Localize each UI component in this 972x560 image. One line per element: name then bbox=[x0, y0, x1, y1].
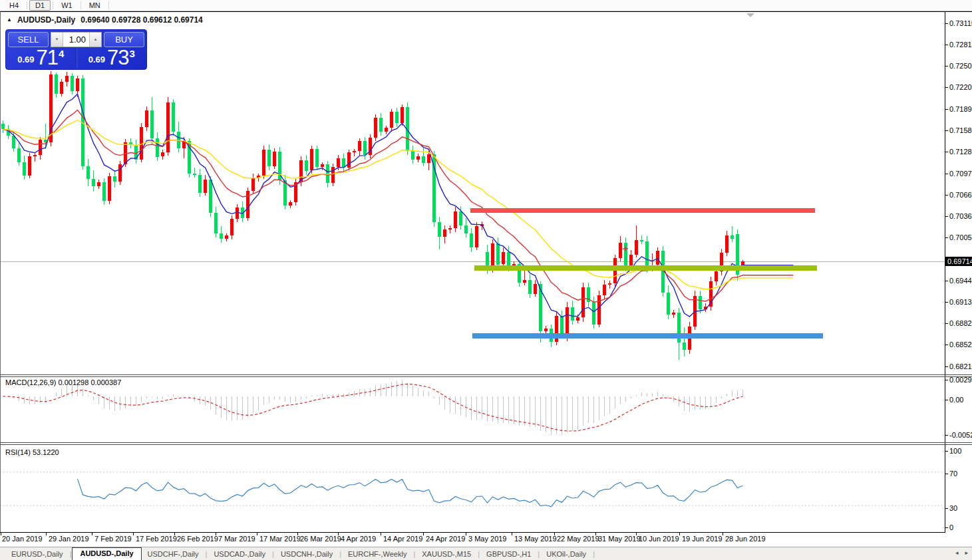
date-axis-label: 20 Jan 2019 bbox=[2, 535, 43, 543]
price-axis-label: 0.71280 bbox=[949, 148, 972, 156]
rsi-axis-label: 30 bbox=[949, 504, 957, 513]
tab-usdchf-daily[interactable]: USDCHF-,Daily bbox=[142, 548, 205, 560]
tab-xauusd-m15[interactable]: XAUUSD-,M15 bbox=[416, 548, 477, 560]
macd-histogram bbox=[3, 380, 743, 435]
date-axis-label: 24 Apr 2019 bbox=[426, 535, 465, 543]
timeframe-toolbar: H4D1W1MN bbox=[0, 0, 972, 11]
rsi-axis-label: 70 bbox=[949, 470, 957, 478]
date-axis-label: 26 Feb 2019 bbox=[177, 535, 218, 543]
date-axis-label: 17 Mar 2019 bbox=[259, 535, 301, 543]
buy-price[interactable]: 0.69 73 3 bbox=[77, 48, 147, 69]
volume-spinner: ▼ 1.00 ▲ bbox=[51, 32, 102, 47]
tab-ukoil-daily[interactable]: UKOil-,Daily bbox=[540, 548, 592, 560]
timeframe-button-w1[interactable]: W1 bbox=[55, 0, 79, 11]
ma-line-30 bbox=[3, 120, 794, 290]
tab-scroll-left-icon[interactable]: ◂ bbox=[955, 549, 959, 556]
sell-button[interactable]: SELL bbox=[8, 32, 49, 47]
band-resistance bbox=[470, 208, 815, 213]
sell-price-pip: 4 bbox=[59, 48, 64, 59]
timeframe-button-h4[interactable]: H4 bbox=[3, 0, 25, 11]
date-axis-label: 28 Jun 2019 bbox=[725, 535, 766, 543]
timeframe-button-d1[interactable]: D1 bbox=[29, 0, 51, 11]
price-axis-label: 0.68210 bbox=[949, 362, 972, 371]
rsi-axis-label: 0 bbox=[949, 523, 953, 532]
ma-line-15 bbox=[3, 110, 794, 302]
chart-shift-marker[interactable] bbox=[746, 13, 754, 17]
date-axis-label: 17 Feb 2019 bbox=[136, 535, 177, 543]
timeframe-button-mn[interactable]: MN bbox=[83, 0, 106, 11]
sell-price[interactable]: 0.69 71 4 bbox=[6, 48, 77, 69]
price-axis-label: 0.70050 bbox=[949, 233, 972, 242]
rsi-axis-label: 100 bbox=[949, 447, 961, 456]
chart-symbol-title: AUDUSD-,Daily bbox=[17, 15, 75, 25]
macd-axis-label: 0.002984 bbox=[949, 376, 972, 384]
tab-separator: | bbox=[592, 550, 595, 558]
toolbar-separator bbox=[108, 1, 109, 9]
volume-decrease-icon[interactable]: ▼ bbox=[51, 33, 63, 47]
date-axis-label: 7 Mar 2019 bbox=[218, 535, 255, 543]
price-axis-label: 0.73115 bbox=[949, 19, 972, 28]
date-axis-label: 7 Feb 2019 bbox=[94, 535, 132, 543]
volume-increase-icon[interactable]: ▲ bbox=[89, 33, 101, 47]
date-axis-label: 14 Apr 2019 bbox=[383, 535, 422, 543]
sell-price-prefix: 0.69 bbox=[17, 53, 34, 67]
price-axis-label: 0.68520 bbox=[949, 341, 972, 349]
toolbar-separator bbox=[27, 1, 27, 9]
price-axis-label: 0.72810 bbox=[949, 41, 972, 49]
tab-audusd-daily[interactable]: AUDUSD-,Daily bbox=[72, 547, 141, 560]
date-axis-label: 10 Jun 2019 bbox=[639, 535, 679, 543]
sell-price-big: 71 bbox=[36, 49, 57, 67]
one-click-trading-panel: SELL ▼ 1.00 ▲ BUY 0.69 71 4 0.69 73 3 bbox=[5, 29, 147, 70]
tab-eurusd-daily[interactable]: EURUSD-,Daily bbox=[5, 548, 69, 560]
chart-canvas[interactable] bbox=[0, 0, 972, 560]
price-axis-label: 0.72505 bbox=[949, 62, 972, 70]
tab-scroll-right-icon[interactable]: ▸ bbox=[965, 549, 968, 556]
price-axis-label: 0.70970 bbox=[949, 170, 972, 178]
macd-indicator-label: MACD(12,26,9) 0.001298 0.000387 bbox=[5, 378, 121, 386]
chart-header: ▲ AUDUSD-,Daily 0.69640 0.69728 0.69612 … bbox=[7, 15, 203, 25]
ma-lines bbox=[3, 94, 794, 317]
date-axis-label: 22 May 2019 bbox=[557, 535, 599, 543]
tab-eurchf-weekly[interactable]: EURCHF-,Weekly bbox=[342, 548, 412, 560]
price-axis-label: 0.71585 bbox=[949, 126, 972, 135]
price-axis-label: 0.70360 bbox=[949, 212, 972, 221]
tab-usdcnh-daily[interactable]: USDCNH-,Daily bbox=[275, 548, 339, 560]
buy-price-big: 73 bbox=[107, 49, 128, 67]
sr-bands[interactable] bbox=[470, 208, 823, 339]
current-price-tag: 0.69714 bbox=[945, 257, 972, 266]
date-axis-label: 26 Mar 2019 bbox=[300, 535, 341, 543]
ma-line-7 bbox=[3, 94, 794, 317]
price-axis-label: 0.69130 bbox=[949, 298, 972, 307]
tab-gbpusd-h1[interactable]: GBPUSD-,H1 bbox=[480, 548, 537, 560]
date-axis-label: 29 Jan 2019 bbox=[49, 535, 89, 543]
price-axis-label: 0.69440 bbox=[949, 277, 972, 285]
toolbar-separator bbox=[53, 1, 53, 9]
buy-button[interactable]: BUY bbox=[104, 32, 144, 47]
toolbar-separator bbox=[81, 1, 81, 9]
candles-group bbox=[1, 71, 744, 359]
chart-ohlc-values: 0.69640 0.69728 0.69612 0.69714 bbox=[81, 15, 203, 25]
chart-frame bbox=[0, 12, 972, 536]
macd-axis-label: -0.005256 bbox=[949, 431, 972, 440]
band-pivot bbox=[474, 265, 817, 271]
date-axis-label: 19 Jun 2019 bbox=[682, 535, 723, 543]
panel-collapse-icon[interactable]: ▲ bbox=[7, 16, 12, 24]
rsi-indicator-label: RSI(14) 53.1220 bbox=[5, 448, 59, 456]
macd-signal-line bbox=[3, 384, 743, 432]
price-axis-label: 0.70665 bbox=[949, 191, 972, 200]
price-axis-label: 0.71890 bbox=[949, 105, 972, 114]
buy-price-prefix: 0.69 bbox=[88, 53, 105, 67]
rsi-line bbox=[78, 479, 743, 507]
macd-axis-label: 0.00 bbox=[949, 396, 963, 404]
date-axis-label: 4 Apr 2019 bbox=[341, 535, 376, 543]
band-support bbox=[472, 333, 823, 339]
price-axis-label: 0.72200 bbox=[949, 83, 972, 92]
date-axis-label: 13 May 2019 bbox=[514, 535, 557, 543]
price-axis-label: 0.68825 bbox=[949, 319, 972, 328]
volume-input[interactable]: 1.00 bbox=[63, 33, 89, 47]
buy-price-pip: 3 bbox=[129, 48, 134, 59]
tab-usdcad-daily[interactable]: USDCAD-,Daily bbox=[208, 548, 271, 560]
date-axis-label: 31 May 2019 bbox=[598, 535, 641, 543]
date-axis-label: 3 May 2019 bbox=[468, 535, 506, 543]
chart-tab-bar: EURUSD-,Daily|AUDUSD-,DailyUSDCHF-,Daily… bbox=[0, 547, 972, 560]
